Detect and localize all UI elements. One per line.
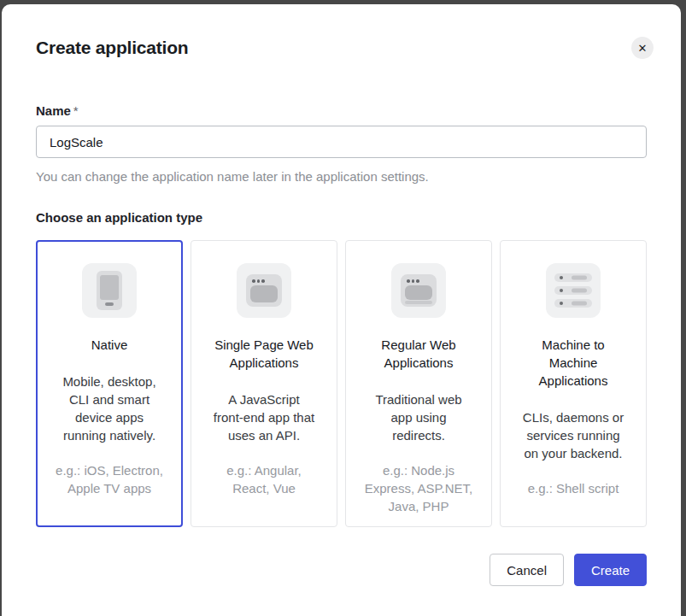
create-application-modal: Create application ✕ Name* You can chang…	[2, 4, 681, 616]
close-button[interactable]: ✕	[631, 37, 654, 59]
application-type-cards: Native Mobile, desktop, CLI and smart de…	[36, 240, 647, 527]
card-description: Traditional web app using redirects.	[356, 390, 481, 444]
card-examples: e.g.: iOS, Electron, Apple TV apps	[48, 461, 171, 497]
close-icon: ✕	[638, 42, 648, 55]
name-helper-text: You can change the application name late…	[36, 169, 647, 184]
card-examples: e.g.: Shell script	[511, 479, 636, 497]
card-title: Regular Web Applications	[356, 336, 481, 372]
card-description: CLIs, daemons or services running on you…	[511, 408, 636, 462]
card-description: A JavaScript front-end app that uses an …	[202, 390, 326, 444]
phone-icon	[82, 263, 137, 318]
type-card-m2m[interactable]: Machine to Machine Applications CLIs, da…	[500, 240, 647, 527]
required-marker: *	[73, 103, 79, 118]
type-card-spa[interactable]: Single Page Web Applications A JavaScrip…	[191, 240, 337, 527]
browser-window-icon	[391, 263, 446, 318]
browser-window-icon	[237, 263, 291, 318]
card-title: Machine to Machine Applications	[511, 336, 636, 390]
application-type-label: Choose an application type	[36, 210, 647, 225]
create-button[interactable]: Create	[574, 554, 647, 586]
type-card-native[interactable]: Native Mobile, desktop, CLI and smart de…	[36, 240, 183, 527]
modal-footer: Cancel Create	[36, 554, 647, 586]
card-title: Single Page Web Applications	[202, 336, 326, 372]
cancel-button[interactable]: Cancel	[490, 554, 564, 586]
card-title: Native	[48, 336, 171, 354]
card-examples: e.g.: Angular, React, Vue	[202, 461, 326, 497]
application-name-input[interactable]	[36, 126, 647, 158]
card-examples: e.g.: Node.js Express, ASP.NET, Java, PH…	[356, 461, 481, 515]
server-stack-icon	[546, 263, 601, 318]
modal-header: Create application ✕	[36, 37, 647, 59]
type-card-regular-web[interactable]: Regular Web Applications Traditional web…	[345, 240, 492, 527]
modal-title: Create application	[36, 38, 188, 58]
name-field-label: Name*	[36, 103, 647, 118]
name-label-text: Name	[36, 103, 71, 118]
card-description: Mobile, desktop, CLI and smart device ap…	[48, 373, 171, 444]
